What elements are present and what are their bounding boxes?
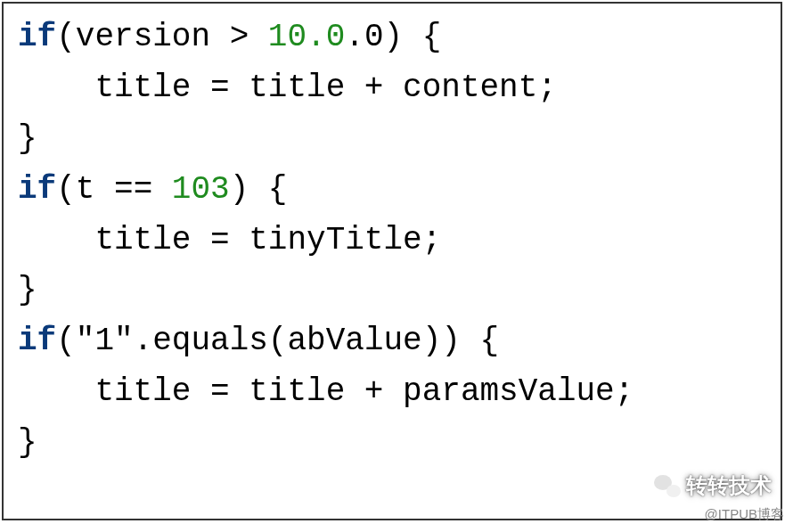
code-text: .equals(abValue)) {	[134, 323, 499, 359]
number-literal-1: 10.0	[268, 19, 345, 55]
attribution-text: @ITPUB博客	[705, 506, 784, 523]
code-line-9: }	[18, 424, 37, 461]
code-line-5: title = tinyTitle;	[18, 222, 441, 258]
wechat-icon	[654, 474, 681, 497]
code-text: ) {	[384, 19, 442, 55]
watermark-text: 转转技术	[686, 471, 772, 500]
code-line-4: if(t == 103) {	[18, 171, 287, 208]
code-line-7: if("1".equals(abValue)) {	[18, 323, 499, 359]
code-text: (t ==	[56, 171, 172, 208]
code-line-3: }	[18, 120, 37, 157]
code-text: .0	[345, 19, 383, 55]
string-literal-1: "1"	[76, 323, 134, 359]
code-line-8: title = title + paramsValue;	[18, 373, 634, 410]
code-line-1: if(version > 10.0.0) {	[18, 19, 441, 55]
code-text: ) {	[230, 171, 288, 208]
watermark: 转转技术	[654, 471, 772, 500]
keyword-if-2: if	[18, 171, 56, 208]
code-text: (version >	[56, 19, 268, 55]
code-block: if(version > 10.0.0) { title = title + c…	[2, 2, 782, 520]
keyword-if-3: if	[18, 323, 56, 359]
code-line-6: }	[18, 272, 37, 308]
keyword-if-1: if	[18, 19, 56, 55]
code-text: (	[56, 323, 76, 359]
code-line-2: title = title + content;	[18, 70, 557, 106]
number-literal-2: 103	[172, 171, 230, 208]
